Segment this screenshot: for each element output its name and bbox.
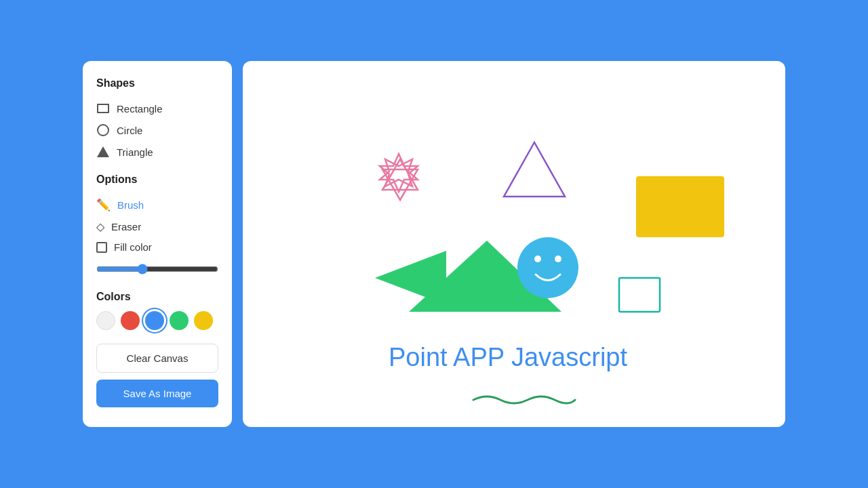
option-fill-color[interactable]: Fill color <box>96 237 218 257</box>
option-brush[interactable]: ✏️ Brush <box>96 194 218 216</box>
color-blue[interactable] <box>145 311 164 330</box>
smiley-circle <box>517 237 578 298</box>
eraser-label: Eraser <box>111 221 141 232</box>
green-arrow-triangle <box>375 251 446 305</box>
shape-circle[interactable]: Circle <box>96 119 218 141</box>
options-section: Options ✏️ Brush ◇ Eraser Fill color <box>96 174 218 257</box>
shape-triangle-label: Triangle <box>117 146 153 158</box>
color-red[interactable] <box>121 311 140 330</box>
color-swatches <box>96 311 218 330</box>
fill-color-label: Fill color <box>114 241 152 253</box>
brush-label: Brush <box>117 199 144 211</box>
sidebar: Shapes Rectangle Circle Triangle Options… <box>83 61 232 427</box>
brush-icon: ✏️ <box>96 198 111 212</box>
color-white[interactable] <box>96 311 115 330</box>
shape-triangle[interactable]: Triangle <box>96 141 218 163</box>
smiley-left-eye <box>534 256 541 262</box>
smiley-right-eye <box>555 256 561 262</box>
color-green[interactable] <box>170 311 189 330</box>
shape-circle-label: Circle <box>117 125 142 136</box>
triangle-icon <box>96 145 110 159</box>
shape-rectangle[interactable]: Rectangle <box>96 98 218 119</box>
circle-icon <box>96 123 110 137</box>
clear-canvas-button[interactable]: Clear Canvas <box>96 344 218 373</box>
save-as-image-button[interactable]: Save As Image <box>96 380 218 407</box>
eraser-icon: ◇ <box>96 220 104 233</box>
shapes-title: Shapes <box>96 77 218 89</box>
option-eraser[interactable]: ◇ Eraser <box>96 216 218 237</box>
colors-section: Colors <box>96 291 218 330</box>
shape-rectangle-label: Rectangle <box>117 103 163 115</box>
color-yellow[interactable] <box>194 311 213 330</box>
drawing-canvas[interactable]: Point APP Javascript <box>243 61 785 427</box>
canvas-area[interactable]: Point APP Javascript <box>243 61 785 427</box>
brush-size-slider[interactable] <box>96 264 218 274</box>
main-container: Shapes Rectangle Circle Triangle Options… <box>83 61 785 427</box>
options-title: Options <box>96 174 218 186</box>
rectangle-icon <box>96 102 110 115</box>
yellow-rectangle <box>636 176 724 237</box>
purple-triangle <box>504 142 565 197</box>
brush-size-slider-container <box>96 264 218 277</box>
green-squiggle <box>473 396 575 403</box>
canvas-text: Point APP Javascript <box>389 343 627 371</box>
fill-color-checkbox <box>96 242 107 253</box>
colors-title: Colors <box>96 291 218 303</box>
teal-rectangle <box>619 278 660 312</box>
